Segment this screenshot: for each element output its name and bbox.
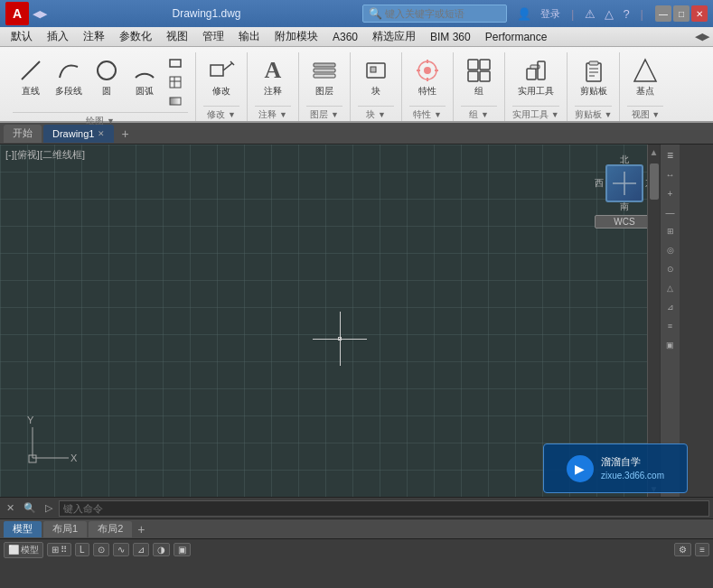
svg-rect-12 bbox=[314, 74, 335, 78]
close-button[interactable]: ✕ bbox=[691, 5, 708, 22]
layers-icon bbox=[310, 56, 339, 85]
search-box[interactable]: 🔍 bbox=[362, 5, 507, 23]
right-tool-9[interactable]: ⊿ bbox=[661, 298, 680, 316]
tool-block[interactable]: 块 bbox=[358, 54, 394, 99]
tool-gradient[interactable] bbox=[164, 92, 188, 110]
drawing-area[interactable]: [-][俯视][二维线框] Y X bbox=[0, 145, 713, 518]
menu-item-output[interactable]: 输出 bbox=[231, 27, 267, 46]
menu-item-default[interactable]: 默认 bbox=[4, 27, 40, 46]
transparency-icon: ▣ bbox=[178, 545, 186, 555]
drawing1-tab-close[interactable]: ✕ bbox=[98, 129, 105, 138]
layout-tab-model[interactable]: 模型 bbox=[4, 521, 42, 537]
cmd-search-btn[interactable]: 🔍 bbox=[21, 502, 39, 514]
menu-item-parametric[interactable]: 参数化 bbox=[112, 27, 159, 46]
right-tool-3[interactable]: + bbox=[661, 184, 680, 202]
svg-rect-10 bbox=[314, 63, 335, 67]
ribbon-content: 直线 多段线 圆 圆弧 bbox=[0, 49, 713, 121]
menu-item-view[interactable]: 视图 bbox=[159, 27, 195, 46]
properties-label: 特性 bbox=[418, 85, 436, 98]
right-tool-11[interactable]: ▣ bbox=[661, 336, 680, 354]
scroll-thumb-v[interactable] bbox=[650, 163, 659, 200]
status-extra-btn[interactable]: ≡ bbox=[695, 543, 709, 556]
status-lw-btn[interactable]: ◑ bbox=[153, 543, 170, 556]
menu-item-performance[interactable]: Performance bbox=[478, 29, 555, 45]
anno-icon: ⚙ bbox=[679, 545, 687, 555]
search-input[interactable] bbox=[385, 8, 493, 19]
svg-line-0 bbox=[22, 61, 40, 79]
window-title: Drawing1.dwg bbox=[51, 7, 362, 20]
view-cube[interactable]: 北 南 东 西 WCS bbox=[595, 154, 654, 229]
cube-face[interactable] bbox=[605, 164, 643, 202]
otrack-icon: ⊿ bbox=[137, 545, 145, 555]
compass-west: 西 bbox=[595, 177, 604, 190]
status-osnap-btn[interactable]: ∿ bbox=[113, 543, 129, 556]
tool-polyline[interactable]: 多段线 bbox=[51, 54, 87, 99]
status-transparency-btn[interactable]: ▣ bbox=[174, 543, 191, 556]
right-tool-4[interactable]: — bbox=[661, 203, 680, 221]
tool-properties[interactable]: 特性 bbox=[409, 54, 446, 99]
right-tool-6[interactable]: ◎ bbox=[661, 241, 680, 259]
axis-indicator: Y X bbox=[14, 413, 78, 470]
status-anno-btn[interactable]: ⚙ bbox=[674, 543, 691, 556]
right-tool-2[interactable]: ↔ bbox=[661, 165, 680, 183]
menu-item-annotate[interactable]: 注释 bbox=[76, 27, 112, 46]
menu-item-insert[interactable]: 插入 bbox=[40, 27, 76, 46]
tool-circle[interactable]: 圆 bbox=[89, 54, 125, 99]
utilities-icon bbox=[521, 56, 550, 85]
tool-modify[interactable]: 修改 bbox=[203, 54, 239, 99]
status-otrack-btn[interactable]: ⊿ bbox=[133, 543, 149, 556]
viewport-label[interactable]: [-][俯视][二维线框] bbox=[5, 148, 85, 162]
add-drawing-tab[interactable]: + bbox=[116, 126, 134, 141]
gradient-icon bbox=[167, 93, 183, 109]
tool-annotate[interactable]: A 注释 bbox=[255, 54, 291, 99]
menu-item-manage[interactable]: 管理 bbox=[195, 27, 231, 46]
cmd-close-btn[interactable]: ✕ bbox=[4, 502, 17, 514]
svg-rect-11 bbox=[314, 69, 335, 72]
tool-group[interactable]: 组 bbox=[461, 54, 497, 99]
command-input[interactable] bbox=[59, 500, 709, 517]
maximize-button[interactable]: □ bbox=[673, 5, 690, 22]
tool-hatch[interactable] bbox=[164, 73, 188, 91]
tool-utilities[interactable]: 实用工具 bbox=[514, 54, 558, 99]
rect-icon bbox=[167, 55, 183, 71]
status-model-btn[interactable]: ⬜ 模型 bbox=[4, 542, 43, 558]
right-tool-1[interactable]: ≡ bbox=[661, 146, 680, 164]
tool-basepoint[interactable]: 基点 bbox=[627, 54, 663, 99]
tool-line[interactable]: 直线 bbox=[13, 54, 49, 99]
right-tool-7[interactable]: ⊙ bbox=[661, 260, 680, 278]
block-label: 块 bbox=[371, 85, 380, 98]
app-collapse-icon[interactable]: ◀▶ bbox=[33, 8, 47, 20]
cmd-prompt-btn[interactable]: ▷ bbox=[42, 502, 55, 514]
menu-item-featured[interactable]: 精选应用 bbox=[365, 27, 423, 46]
status-grid-btn[interactable]: ⊞ ⠿ bbox=[47, 543, 71, 556]
polyline-label: 多段线 bbox=[55, 85, 82, 98]
menu-item-a360[interactable]: A360 bbox=[325, 29, 365, 45]
add-layout-tab[interactable]: + bbox=[134, 522, 148, 537]
right-tool-10[interactable]: ≡ bbox=[661, 317, 680, 335]
title-bar: A ◀▶ Drawing1.dwg 🔍 👤 登录 | ⚠ △ ? | — □ ✕ bbox=[0, 0, 713, 27]
triangle-icon[interactable]: △ bbox=[602, 7, 616, 21]
lw-icon: ◑ bbox=[157, 545, 165, 555]
clipboard-icon bbox=[579, 56, 608, 85]
tool-clipboard[interactable]: 剪贴板 bbox=[576, 54, 612, 99]
login-label[interactable]: 登录 bbox=[538, 7, 563, 21]
minimize-button[interactable]: — bbox=[655, 5, 671, 22]
menu-expand-icon[interactable]: ◀▶ bbox=[695, 31, 709, 42]
help-icon[interactable]: ? bbox=[620, 7, 632, 21]
menu-item-addons[interactable]: 附加模块 bbox=[267, 27, 325, 46]
tool-layers[interactable]: 图层 bbox=[306, 54, 342, 99]
right-tool-8[interactable]: △ bbox=[661, 279, 680, 297]
info-icon[interactable]: ⚠ bbox=[582, 7, 598, 21]
layout-tab-2[interactable]: 布局2 bbox=[89, 521, 132, 537]
status-polar-btn[interactable]: ⊙ bbox=[93, 543, 109, 556]
layout-tabs: 模型 布局1 布局2 + bbox=[0, 518, 713, 538]
right-tool-5[interactable]: ⊞ bbox=[661, 222, 680, 240]
wcs-label[interactable]: WCS bbox=[595, 215, 654, 229]
tool-arc[interactable]: 圆弧 bbox=[127, 54, 163, 99]
svg-rect-3 bbox=[170, 77, 181, 88]
menu-item-bim360[interactable]: BIM 360 bbox=[423, 29, 478, 45]
status-snap-btn[interactable]: L bbox=[75, 543, 89, 556]
scroll-up-btn[interactable]: ▲ bbox=[647, 145, 661, 160]
layout-tab-1[interactable]: 布局1 bbox=[43, 521, 87, 537]
tool-rect[interactable] bbox=[164, 54, 188, 72]
